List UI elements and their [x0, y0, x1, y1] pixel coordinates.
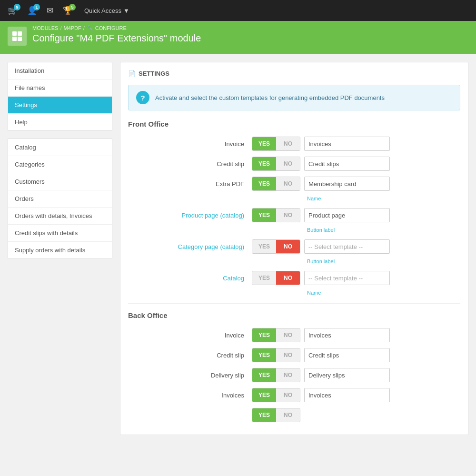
- fo-extra-pdf-row: Extra PDF YES NO: [128, 176, 460, 192]
- orders-badge[interactable]: 🛒 9: [6, 4, 20, 18]
- sidebar-item-orders[interactable]: Orders: [8, 190, 112, 208]
- bo-invoices-toggle[interactable]: YES NO: [252, 388, 300, 402]
- customers-badge[interactable]: 👤 1: [25, 4, 39, 18]
- fo-invoice-toggle[interactable]: YES NO: [252, 137, 300, 151]
- bo-invoice-input[interactable]: [304, 328, 390, 342]
- sidebar-item-supply-orders-details[interactable]: Supply orders with details: [8, 242, 112, 258]
- messages-badge[interactable]: ✉: [45, 4, 55, 18]
- bo-credit-slip-toggle[interactable]: YES NO: [252, 348, 300, 362]
- fo-catalog-toggle[interactable]: YES NO: [252, 271, 300, 285]
- bo-invoices-no[interactable]: NO: [276, 388, 300, 402]
- bo-credit-slip-label: Credit slip: [128, 352, 252, 359]
- breadcrumb: MODULES / M4PDF / 🔧 CONFIGURE: [32, 25, 201, 31]
- bo-extra-toggle[interactable]: YES NO: [252, 408, 300, 422]
- bo-credit-slip-yes[interactable]: YES: [252, 348, 276, 362]
- fo-invoice-no[interactable]: NO: [276, 137, 300, 150]
- content-area: 📄 SETTINGS ? Activate and select the cus…: [120, 62, 468, 435]
- quick-access-button[interactable]: Quick Access ▼: [84, 7, 129, 14]
- fo-catalog-label[interactable]: Catalog: [128, 275, 252, 282]
- module-icon: [8, 27, 27, 46]
- bo-invoice-row: Invoice YES NO: [128, 327, 460, 343]
- breadcrumb-modules[interactable]: MODULES: [32, 25, 58, 31]
- page-title: Configure "M4 PDF Extensions" module: [32, 33, 201, 44]
- svg-rect-1: [18, 31, 22, 36]
- fo-product-page-toggle[interactable]: YES NO: [252, 208, 300, 222]
- fo-extra-pdf-label: Extra PDF: [128, 180, 252, 188]
- trophies-badge[interactable]: 🏆 5: [61, 4, 75, 18]
- fo-credit-slip-no[interactable]: NO: [276, 157, 300, 170]
- back-office-heading: Back Office: [128, 311, 460, 319]
- fo-invoice-yes[interactable]: YES: [252, 137, 276, 150]
- sidebar-group-main: Installation File names Settings Help: [8, 62, 112, 131]
- fo-product-page-no[interactable]: NO: [276, 208, 300, 222]
- fo-category-page-label[interactable]: Category page (catalog): [128, 243, 252, 250]
- fo-credit-slip-input[interactable]: [304, 157, 390, 171]
- fo-catalog-row: Catalog YES NO: [128, 270, 460, 286]
- fo-category-page-toggle[interactable]: YES NO: [252, 239, 300, 254]
- bo-credit-slip-no[interactable]: NO: [276, 348, 300, 362]
- sidebar-item-credit-slips-details[interactable]: Credit slips with details: [8, 225, 112, 242]
- trophies-count: 5: [69, 4, 76, 10]
- fo-category-page-input[interactable]: [304, 239, 390, 254]
- front-office-heading: Front Office: [128, 120, 460, 128]
- bo-extra-yes[interactable]: YES: [252, 408, 276, 422]
- bo-delivery-slip-input[interactable]: [304, 368, 390, 382]
- fo-product-page-label[interactable]: Product page (catalog): [128, 212, 252, 219]
- sidebar-item-settings[interactable]: Settings: [8, 97, 112, 114]
- fo-catalog-yes[interactable]: YES: [252, 271, 276, 285]
- fo-catalog-input[interactable]: [304, 271, 390, 285]
- fo-product-page-input[interactable]: [304, 208, 390, 222]
- info-text: Activate and select the custom templates…: [155, 94, 385, 101]
- sidebar-item-installation[interactable]: Installation: [8, 62, 112, 79]
- bo-invoices-yes[interactable]: YES: [252, 388, 276, 402]
- fo-category-page-yes[interactable]: YES: [252, 240, 276, 253]
- breadcrumb-m4pdf[interactable]: M4PDF: [63, 25, 81, 31]
- sidebar-item-file-names[interactable]: File names: [8, 79, 112, 97]
- bo-invoice-no[interactable]: NO: [276, 328, 300, 342]
- breadcrumb-text: MODULES / M4PDF / 🔧 CONFIGURE Configure …: [32, 25, 201, 44]
- breadcrumb-configure[interactable]: CONFIGURE: [95, 25, 127, 31]
- fo-extra-pdf-yes[interactable]: YES: [252, 177, 276, 190]
- fo-credit-slip-row: Credit slip YES NO: [128, 156, 460, 172]
- bo-extra-no[interactable]: NO: [276, 408, 300, 422]
- fo-category-page-sublabel: Button label: [307, 258, 335, 264]
- section-title: 📄 SETTINGS: [128, 70, 460, 77]
- sidebar-item-orders-details-invoices[interactable]: Orders with details, Invoices: [8, 208, 112, 225]
- section-divider: [128, 303, 460, 304]
- bo-invoices-row: Invoices YES NO: [128, 387, 460, 403]
- fo-invoice-input[interactable]: [304, 137, 390, 151]
- fo-credit-slip-toggle[interactable]: YES NO: [252, 157, 300, 171]
- fo-extra-pdf-sublabel-row: Name: [128, 196, 460, 201]
- sidebar-item-catalog[interactable]: Catalog: [8, 139, 112, 156]
- svg-rect-0: [12, 31, 17, 36]
- customers-count: 1: [33, 4, 40, 10]
- sidebar-item-categories[interactable]: Categories: [8, 156, 112, 173]
- fo-extra-pdf-no[interactable]: NO: [276, 177, 300, 190]
- svg-rect-3: [18, 37, 22, 41]
- fo-catalog-sublabel: Name: [307, 290, 321, 296]
- fo-credit-slip-yes[interactable]: YES: [252, 157, 276, 170]
- fo-catalog-no[interactable]: NO: [276, 271, 300, 285]
- bo-delivery-slip-toggle[interactable]: YES NO: [252, 368, 300, 382]
- bo-delivery-slip-yes[interactable]: YES: [252, 368, 276, 382]
- bo-credit-slip-input[interactable]: [304, 348, 390, 362]
- bo-invoices-input[interactable]: [304, 388, 390, 402]
- bo-invoice-yes[interactable]: YES: [252, 328, 276, 342]
- fo-category-page-no[interactable]: NO: [276, 240, 300, 253]
- bo-extra-row: YES NO: [128, 407, 460, 423]
- fo-extra-pdf-input[interactable]: [304, 177, 390, 191]
- svg-rect-2: [12, 37, 17, 41]
- file-icon: 📄: [128, 70, 136, 77]
- bo-delivery-slip-no[interactable]: NO: [276, 368, 300, 382]
- fo-product-page-yes[interactable]: YES: [252, 208, 276, 222]
- sidebar-item-help[interactable]: Help: [8, 114, 112, 130]
- fo-extra-pdf-sublabel: Name: [307, 196, 321, 201]
- fo-category-page-row: Category page (catalog) YES NO: [128, 238, 460, 255]
- chevron-down-icon: ▼: [123, 7, 129, 14]
- sidebar-item-customers[interactable]: Customers: [8, 173, 112, 190]
- fo-extra-pdf-toggle[interactable]: YES NO: [252, 177, 300, 191]
- fo-product-page-sublabel-row: Button label: [128, 227, 460, 233]
- bo-invoice-toggle[interactable]: YES NO: [252, 328, 300, 342]
- fo-invoice-label: Invoice: [128, 140, 252, 148]
- question-icon: ?: [136, 91, 149, 104]
